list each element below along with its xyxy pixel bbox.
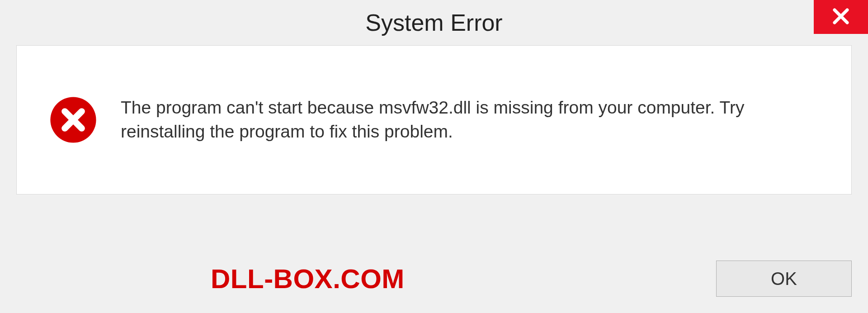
- dialog-footer: DLL-BOX.COM OK: [16, 261, 852, 297]
- dialog-content-panel: The program can't start because msvfw32.…: [16, 45, 852, 194]
- error-icon: [48, 95, 98, 145]
- ok-button-label: OK: [771, 269, 797, 289]
- error-message-text: The program can't start because msvfw32.…: [121, 96, 820, 143]
- watermark-text: DLL-BOX.COM: [211, 263, 405, 294]
- titlebar: System Error: [0, 0, 868, 45]
- close-icon: [830, 5, 852, 29]
- close-button[interactable]: [814, 0, 868, 34]
- dialog-title: System Error: [365, 9, 502, 36]
- ok-button[interactable]: OK: [716, 261, 852, 297]
